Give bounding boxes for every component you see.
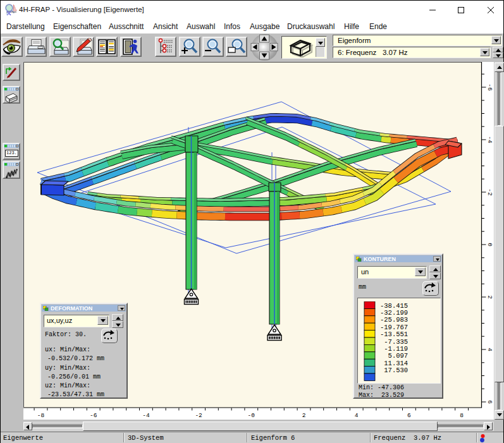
svg-text:-8: -8: [37, 412, 45, 419]
svg-text:-25.983: -25.983: [380, 316, 408, 324]
svg-text:0: 0: [486, 243, 493, 246]
svg-text:8: 8: [460, 412, 464, 419]
svg-text:4: 4: [355, 412, 359, 419]
svg-text:4: 4: [486, 348, 493, 351]
svg-text:-13.551: -13.551: [380, 331, 408, 338]
svg-text:-38.415: -38.415: [380, 302, 408, 310]
svg-text:-1.119: -1.119: [380, 345, 408, 353]
svg-text:-7.335: -7.335: [380, 338, 408, 346]
svg-text:-2: -2: [486, 188, 493, 196]
svg-text:2: 2: [486, 295, 493, 299]
svg-text:-4: -4: [486, 136, 493, 143]
svg-text:-6: -6: [90, 412, 97, 419]
svg-text:-6: -6: [486, 83, 493, 91]
svg-text:5.097: 5.097: [380, 352, 408, 360]
svg-text:-2: -2: [195, 412, 202, 419]
svg-text:-32.199: -32.199: [380, 309, 408, 317]
svg-text:-4: -4: [142, 412, 150, 419]
svg-text:-19.767: -19.767: [380, 324, 408, 331]
svg-text:17.530: 17.530: [380, 367, 408, 374]
svg-text:6: 6: [407, 412, 411, 419]
svg-text:-0: -0: [248, 412, 255, 419]
svg-text:11.314: 11.314: [380, 360, 408, 367]
svg-text:6: 6: [486, 400, 493, 404]
svg-text:2: 2: [302, 412, 306, 419]
